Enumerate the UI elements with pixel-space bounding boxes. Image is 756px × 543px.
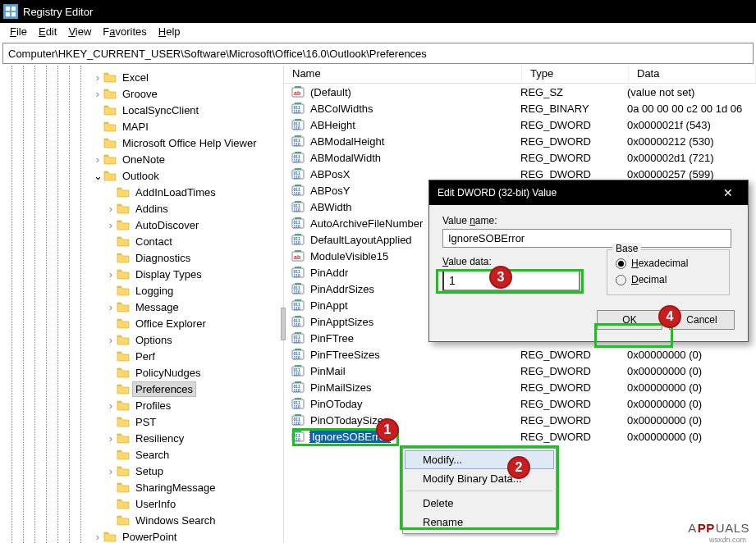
tree-item[interactable]: Office Explorer bbox=[0, 315, 283, 331]
address-bar[interactable]: Computer\HKEY_CURRENT_USER\Software\Micr… bbox=[2, 43, 754, 64]
value-row[interactable]: 011110PinMailSizesREG_DWORD0x00000000 (0… bbox=[284, 379, 756, 395]
value-data: 0a 00 00 00 c2 00 1d 06 bbox=[627, 103, 756, 115]
ctx-modify-binary[interactable]: Modify Binary Data... bbox=[405, 469, 554, 488]
chevron-right-icon[interactable]: › bbox=[92, 153, 103, 166]
folder-icon bbox=[117, 432, 130, 444]
tree-item[interactable]: ›OneNote bbox=[0, 151, 283, 167]
chevron-right-icon[interactable]: › bbox=[105, 301, 117, 313]
tree-item[interactable]: PST bbox=[0, 413, 283, 430]
chevron-right-icon[interactable]: › bbox=[105, 334, 117, 346]
tree-item[interactable]: ›Excel bbox=[0, 69, 283, 85]
svg-text:110: 110 bbox=[294, 273, 301, 278]
ok-button[interactable]: OK bbox=[597, 310, 662, 330]
tree-item[interactable]: LocalSyncClient bbox=[0, 102, 283, 118]
tree-item[interactable]: ›Options bbox=[0, 331, 283, 348]
menu-help[interactable]: Help bbox=[153, 24, 186, 39]
tree-item[interactable]: Diagnostics bbox=[0, 249, 283, 266]
tree-item[interactable]: ›Resiliency bbox=[0, 430, 283, 446]
folder-icon bbox=[117, 498, 130, 509]
tree-item[interactable]: Windows Search bbox=[0, 512, 283, 528]
value-name: ModuleVisible15 bbox=[310, 250, 388, 262]
tree-item[interactable]: ›Addins bbox=[0, 200, 283, 217]
tree-item[interactable]: Contact bbox=[0, 233, 283, 249]
ctx-delete[interactable]: Delete bbox=[405, 494, 554, 513]
value-data: 0x00000000 (0) bbox=[627, 365, 756, 377]
chevron-down-icon[interactable]: ⌄ bbox=[92, 170, 103, 182]
dialog-titlebar[interactable]: Edit DWORD (32-bit) Value ✕ bbox=[429, 180, 748, 205]
menu-file[interactable]: File bbox=[5, 24, 32, 39]
chevron-right-icon[interactable]: › bbox=[105, 203, 117, 215]
chevron-right-icon[interactable]: › bbox=[105, 219, 117, 231]
tree-item[interactable]: Perf bbox=[0, 348, 283, 364]
tree-item[interactable]: Logging bbox=[0, 282, 283, 299]
ctx-rename[interactable]: Rename bbox=[405, 513, 554, 532]
binary-value-icon: 011110 bbox=[291, 282, 305, 295]
column-name[interactable]: Name bbox=[284, 66, 522, 83]
chevron-right-icon[interactable]: › bbox=[105, 268, 117, 281]
ctx-modify[interactable]: Modify... bbox=[405, 450, 554, 469]
tree-item[interactable]: AddInLoadTimes bbox=[0, 184, 283, 200]
tree-item[interactable]: Microsoft Office Help Viewer bbox=[0, 135, 283, 151]
radio-decimal[interactable]: Decimal bbox=[616, 272, 721, 288]
binary-value-icon: 011110 bbox=[291, 299, 305, 312]
chevron-right-icon[interactable]: › bbox=[92, 531, 103, 543]
chevron-right-icon[interactable]: › bbox=[105, 432, 117, 445]
value-row[interactable]: 011110IgnoreSOBErrorREG_DWORD0x00000000 … bbox=[284, 428, 756, 445]
value-type: REG_DWORD bbox=[520, 431, 627, 443]
svg-text:ab: ab bbox=[294, 90, 300, 96]
value-row[interactable]: 011110PinOTodaySizesREG_DWORD0x00000000 … bbox=[284, 412, 756, 428]
tree-item[interactable]: SharingMessage bbox=[0, 479, 283, 495]
folder-icon bbox=[117, 252, 130, 263]
tree-label: LocalSyncClient bbox=[120, 103, 201, 117]
value-name-field[interactable]: IgnoreSOBError bbox=[442, 229, 731, 248]
value-type: REG_DWORD bbox=[520, 398, 627, 410]
column-data[interactable]: Data bbox=[629, 66, 756, 83]
menu-edit[interactable]: Edit bbox=[34, 24, 62, 39]
folder-icon bbox=[117, 186, 130, 198]
dialog-close-button[interactable]: ✕ bbox=[717, 186, 740, 199]
menu-view[interactable]: View bbox=[63, 24, 96, 39]
radio-hexadecimal[interactable]: Hexadecimal bbox=[616, 255, 721, 272]
value-row[interactable]: 011110ABHeightREG_DWORD0x0000021f (543) bbox=[284, 116, 756, 133]
tree-label: Message bbox=[133, 300, 181, 314]
chevron-right-icon[interactable]: › bbox=[92, 71, 103, 84]
svg-text:110: 110 bbox=[294, 125, 301, 130]
base-group: Base Hexadecimal Decimal bbox=[607, 249, 730, 295]
binary-value-icon: 011110 bbox=[291, 184, 305, 197]
tree-item[interactable]: PolicyNudges bbox=[0, 364, 283, 381]
binary-value-icon: 011110 bbox=[291, 348, 305, 361]
tree-item[interactable]: ›Setup bbox=[0, 463, 283, 479]
value-name-label: Value name: bbox=[442, 215, 735, 226]
value-row[interactable]: 011110ABModalWidthREG_DWORD0x000002d1 (7… bbox=[284, 149, 756, 166]
tree-item[interactable]: ›AutoDiscover bbox=[0, 217, 283, 233]
tree-item[interactable]: ›Profiles bbox=[0, 397, 283, 413]
chevron-right-icon[interactable]: › bbox=[105, 399, 117, 412]
tree-item[interactable]: Preferences bbox=[0, 381, 283, 397]
tree-item[interactable]: ›Message bbox=[0, 299, 283, 315]
value-type: REG_DWORD bbox=[520, 381, 627, 394]
tree-pane[interactable]: ›Excel›GrooveLocalSyncClientMAPIMicrosof… bbox=[0, 66, 284, 543]
watermark: APPUALS bbox=[688, 521, 749, 535]
tree-item[interactable]: Search bbox=[0, 446, 283, 463]
value-row[interactable]: 011110PinFTreeSizesREG_DWORD0x00000000 (… bbox=[284, 346, 756, 363]
tree-item[interactable]: ⌄Outlook bbox=[0, 167, 283, 184]
chevron-right-icon[interactable]: › bbox=[105, 465, 117, 477]
value-row[interactable]: 011110ABModalHeightREG_DWORD0x00000212 (… bbox=[284, 133, 756, 149]
value-name: ABWidth bbox=[310, 201, 352, 213]
chevron-right-icon[interactable]: › bbox=[92, 88, 103, 100]
tree-item[interactable]: ›Groove bbox=[0, 85, 283, 102]
tree-item[interactable]: ›PowerPoint bbox=[0, 528, 283, 543]
tree-label: SharingMessage bbox=[133, 481, 218, 495]
value-row[interactable]: 011110PinMailREG_DWORD0x00000000 (0) bbox=[284, 363, 756, 379]
value-row[interactable]: 011110ABColWidthsREG_BINARY0a 00 00 00 c… bbox=[284, 100, 756, 116]
column-type[interactable]: Type bbox=[522, 66, 629, 83]
binary-value-icon: 011110 bbox=[291, 217, 305, 230]
value-row[interactable]: ab(Default)REG_SZ(value not set) bbox=[284, 84, 756, 100]
value-data: 0x000002d1 (721) bbox=[627, 152, 756, 164]
value-data: 0x00000000 (0) bbox=[627, 431, 756, 443]
tree-item[interactable]: ›Display Types bbox=[0, 266, 283, 282]
value-row[interactable]: 011110PinOTodayREG_DWORD0x00000000 (0) bbox=[284, 395, 756, 412]
tree-item[interactable]: UserInfo bbox=[0, 495, 283, 512]
menu-favorites[interactable]: Favorites bbox=[98, 24, 151, 39]
tree-item[interactable]: MAPI bbox=[0, 118, 283, 135]
